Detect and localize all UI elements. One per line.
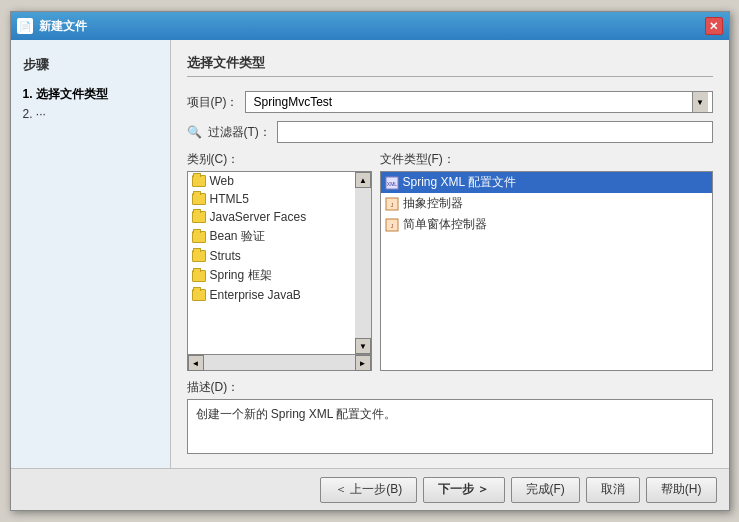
title-bar: 📄 新建文件 ✕	[11, 12, 729, 40]
project-value: SpringMvcTest	[250, 95, 692, 109]
hscroll-left-button[interactable]: ◄	[188, 355, 204, 371]
sidebar-heading: 步骤	[23, 56, 158, 74]
java-file-icon2: J	[385, 218, 399, 232]
filetype-item-spring-xml: Spring XML 配置文件	[403, 174, 517, 191]
list-item[interactable]: J 简单窗体控制器	[381, 214, 712, 235]
category-item-bean: Bean 验证	[210, 228, 265, 245]
dialog-body: 步骤 1. 选择文件类型 2. ··· 选择文件类型 项目(P)： Spring…	[11, 40, 729, 468]
filter-input[interactable]	[277, 121, 713, 143]
section-title: 选择文件类型	[187, 54, 713, 77]
category-list-box: Web HTML5 JavaServer Faces	[187, 171, 372, 355]
hscroll-right-button[interactable]: ►	[355, 355, 371, 371]
filetype-item-abstract-controller: 抽象控制器	[403, 195, 463, 212]
close-button[interactable]: ✕	[705, 17, 723, 35]
next-button[interactable]: 下一步 ＞	[423, 477, 504, 503]
dialog-title: 新建文件	[39, 18, 87, 35]
folder-icon	[192, 250, 206, 262]
category-item-spring: Spring 框架	[210, 267, 272, 284]
list-item[interactable]: Web	[188, 172, 355, 190]
list-item[interactable]: HTML5	[188, 190, 355, 208]
folder-icon	[192, 231, 206, 243]
scroll-track	[355, 188, 371, 338]
cancel-button[interactable]: 取消	[586, 477, 640, 503]
main-content: 选择文件类型 项目(P)： SpringMvcTest ▼ 🔍 过滤器(T)： …	[171, 40, 729, 468]
sidebar: 步骤 1. 选择文件类型 2. ···	[11, 40, 171, 468]
category-item-html5: HTML5	[210, 192, 249, 206]
finish-button[interactable]: 完成(F)	[511, 477, 580, 503]
list-item[interactable]: Bean 验证	[188, 226, 355, 247]
sidebar-step-2: 2. ···	[23, 107, 158, 121]
folder-icon	[192, 193, 206, 205]
list-item[interactable]: Spring 框架	[188, 265, 355, 286]
new-file-dialog: 📄 新建文件 ✕ 步骤 1. 选择文件类型 2. ··· 选择文件类型 项目(P…	[10, 11, 730, 511]
category-item-enterprise: Enterprise JavaB	[210, 288, 301, 302]
lists-row: 类别(C)： Web HTML5	[187, 151, 713, 371]
list-item[interactable]: XML Spring XML 配置文件	[381, 172, 712, 193]
description-label: 描述(D)：	[187, 379, 713, 396]
dialog-icon: 📄	[17, 18, 33, 34]
project-row: 项目(P)： SpringMvcTest ▼	[187, 91, 713, 113]
list-item[interactable]: Enterprise JavaB	[188, 286, 355, 304]
dialog-footer: ＜ 上一步(B) 下一步 ＞ 完成(F) 取消 帮助(H)	[11, 468, 729, 510]
filetype-list-inner: XML Spring XML 配置文件 J	[381, 172, 712, 370]
filetype-label: 文件类型(F)：	[380, 151, 713, 168]
category-item-jsf: JavaServer Faces	[210, 210, 307, 224]
svg-text:XML: XML	[386, 181, 397, 187]
list-item[interactable]: JavaServer Faces	[188, 208, 355, 226]
folder-icon	[192, 289, 206, 301]
description-box: 创建一个新的 Spring XML 配置文件。	[187, 399, 713, 454]
filetype-item-simple-controller: 简单窗体控制器	[403, 216, 487, 233]
category-list-inner: Web HTML5 JavaServer Faces	[188, 172, 355, 354]
filetype-list-box: XML Spring XML 配置文件 J	[380, 171, 713, 371]
xml-file-icon: XML	[385, 176, 399, 190]
description-section: 描述(D)： 创建一个新的 Spring XML 配置文件。	[187, 379, 713, 454]
list-item[interactable]: J 抽象控制器	[381, 193, 712, 214]
project-label: 项目(P)：	[187, 94, 239, 111]
filetype-list-section: 文件类型(F)： XML Spring XML 配置文件	[380, 151, 713, 371]
category-hscrollbar: ◄ ►	[187, 355, 372, 371]
list-item[interactable]: Struts	[188, 247, 355, 265]
folder-icon	[192, 211, 206, 223]
category-list-section: 类别(C)： Web HTML5	[187, 151, 372, 371]
title-bar-left: 📄 新建文件	[17, 18, 87, 35]
hscroll-track	[204, 355, 355, 370]
folder-icon	[192, 270, 206, 282]
filter-search-icon: 🔍	[187, 125, 202, 139]
scroll-up-button[interactable]: ▲	[355, 172, 371, 188]
category-item-struts: Struts	[210, 249, 241, 263]
java-file-icon: J	[385, 197, 399, 211]
project-dropdown-arrow[interactable]: ▼	[692, 92, 708, 112]
category-label: 类别(C)：	[187, 151, 372, 168]
filter-label: 过滤器(T)：	[208, 124, 271, 141]
sidebar-step-1: 1. 选择文件类型	[23, 86, 158, 103]
scroll-down-button[interactable]: ▼	[355, 338, 371, 354]
help-button[interactable]: 帮助(H)	[646, 477, 717, 503]
back-button[interactable]: ＜ 上一步(B)	[320, 477, 417, 503]
folder-icon	[192, 175, 206, 187]
filter-row: 🔍 过滤器(T)：	[187, 121, 713, 143]
description-text: 创建一个新的 Spring XML 配置文件。	[196, 407, 397, 421]
category-scrollbar: ▲ ▼	[355, 172, 371, 354]
category-item-web: Web	[210, 174, 234, 188]
project-select[interactable]: SpringMvcTest ▼	[245, 91, 713, 113]
